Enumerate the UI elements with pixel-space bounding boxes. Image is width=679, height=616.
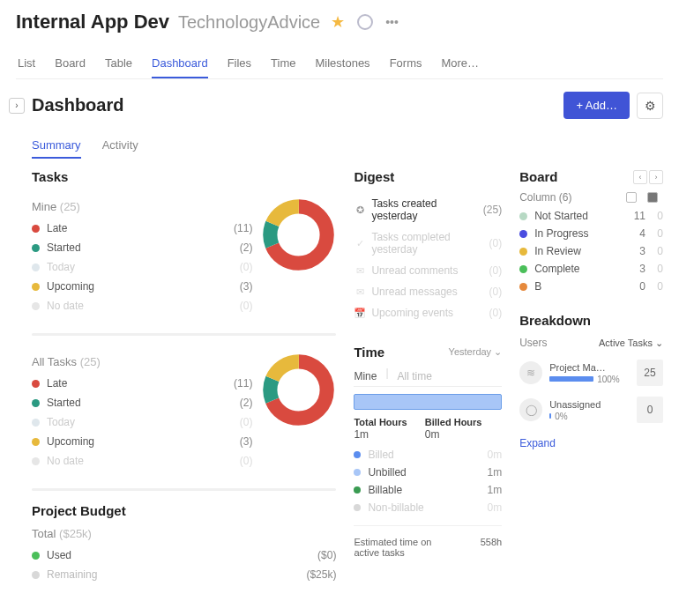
board-dot-icon [519,265,527,273]
task-row[interactable]: Upcoming(3) [32,277,252,296]
nav-tab-dashboard[interactable]: Dashboard [152,49,208,78]
estimated-time-value: 558h [481,537,502,558]
task-count: (2) [240,241,253,254]
expand-link[interactable]: Expand [519,437,663,449]
settings-button[interactable]: ⚙ [637,93,663,119]
board-count-open: 3 [628,245,645,257]
board-prev-arrow[interactable]: ‹ [633,170,647,184]
task-label: No date [47,300,240,312]
breakdown-value: 0 [637,397,663,423]
breakdown-row[interactable]: ◯Unassigned0%0 [519,391,663,428]
status-dot-icon [32,283,40,291]
nav-tab-time[interactable]: Time [271,49,295,78]
tasks-title: Tasks [32,169,336,184]
task-row[interactable]: No date(0) [32,451,252,471]
collapse-toggle[interactable]: › [9,98,25,114]
digest-row[interactable]: ✓Tasks completed yesterday (0) [354,226,502,260]
task-row[interactable]: Late(11) [32,219,252,238]
more-options-icon[interactable]: ••• [385,15,399,29]
task-count: (0) [240,300,253,312]
time-period-dropdown[interactable]: Yesterday ⌄ [449,346,503,358]
task-count: (11) [234,377,252,390]
nav-tab-list[interactable]: List [18,49,35,78]
status-dot-icon [32,244,40,252]
nav-tab-files[interactable]: Files [228,49,251,78]
digest-row[interactable]: ✪Tasks created yesterday (25) [354,193,502,226]
task-label: Started [47,397,240,409]
task-label: Started [47,241,240,254]
board-count-open: 3 [628,263,645,275]
time-title: Time [354,345,384,360]
board-row[interactable]: Complete30 [519,260,663,278]
task-count: (2) [240,397,253,409]
board-count-done: 0 [645,280,663,293]
task-row[interactable]: Started(2) [32,393,252,412]
nav-tab-milestones[interactable]: Milestones [315,49,369,78]
task-row[interactable]: Today(0) [32,412,252,432]
time-tab-mine[interactable]: Mine [354,367,377,386]
budget-title: Project Budget [32,503,336,518]
status-dot-icon [32,225,40,233]
board-row[interactable]: Not Started110 [519,207,663,225]
time-dot-icon [354,451,361,458]
board-label: In Progress [534,227,628,240]
digest-label: Unread messages [371,286,489,298]
board-next-arrow[interactable]: › [649,170,663,184]
estimated-time-label: Estimated time on active tasks [354,537,442,558]
avatar-icon: ◯ [519,398,542,421]
nav-tab-more[interactable]: More… [441,49,479,78]
star-icon[interactable]: ★ [331,12,345,32]
breakdown-dropdown[interactable]: Active Tasks ⌄ [599,338,663,349]
main-nav: ListBoardTableDashboardFilesTimeMileston… [16,49,663,79]
board-row[interactable]: In Review30 [519,242,663,260]
status-dot-icon [32,263,40,271]
divider [354,525,502,526]
board-checkbox-checked-icon[interactable] [647,192,658,203]
time-item-label: Billable [368,484,487,496]
task-count: (0) [240,455,253,467]
breakdown-value: 25 [637,360,663,386]
status-circle-icon[interactable] [357,14,373,30]
board-count-open: 11 [628,210,645,222]
breakdown-bar [549,413,551,419]
digest-row[interactable]: ✉Unread messages (0) [354,281,502,302]
task-count: (11) [234,222,252,234]
nav-tab-forms[interactable]: Forms [390,49,422,78]
gear-icon: ⚙ [645,99,656,113]
task-label: Late [47,377,234,390]
board-row[interactable]: B00 [519,278,663,295]
breakdown-name: Project Ma… [549,362,624,373]
digest-icon: ✉ [354,286,366,298]
sub-tab-summary[interactable]: Summary [32,133,81,159]
status-dot-icon [32,457,40,465]
board-checkbox-unchecked-icon[interactable] [626,192,637,203]
avatar-icon: ≋ [519,361,542,384]
board-row[interactable]: In Progress40 [519,225,663,242]
board-dot-icon [519,212,527,220]
time-item-value: 0m [488,449,503,461]
digest-row[interactable]: 📅Upcoming events (0) [354,302,502,323]
digest-icon: ✪ [354,204,366,216]
workspace-name: TechnologyAdvice [178,12,320,33]
nav-tab-board[interactable]: Board [55,49,86,78]
board-count-done: 0 [645,245,663,257]
sub-tab-activity[interactable]: Activity [102,133,138,159]
task-row[interactable]: Late(11) [32,374,252,393]
time-tab-all-time[interactable]: All time [398,367,432,386]
task-row[interactable]: Upcoming(3) [32,432,252,451]
task-row[interactable]: No date(0) [32,296,252,315]
status-dot-icon [32,399,40,407]
digest-count: (0) [489,237,503,249]
board-dot-icon [519,283,527,291]
digest-label: Upcoming events [371,307,489,319]
breakdown-users-label: Users [519,337,547,349]
nav-tab-table[interactable]: Table [105,49,132,78]
board-count-done: 0 [645,210,663,222]
task-row[interactable]: Today(0) [32,257,252,277]
breakdown-row[interactable]: ≋Project Ma…100%25 [519,354,663,391]
budget-row: Used($0) [32,545,336,565]
task-row[interactable]: Started(2) [32,238,252,257]
digest-icon: 📅 [354,308,366,319]
add-button[interactable]: + Add… [563,92,630,119]
digest-row[interactable]: ✉Unread comments (0) [354,260,502,281]
